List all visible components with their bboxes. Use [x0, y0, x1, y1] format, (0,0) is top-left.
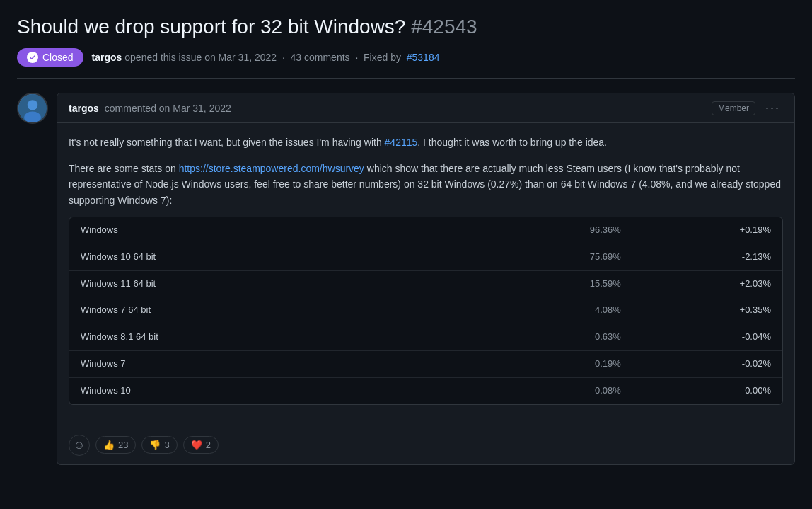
stat-change: 0.00%: [632, 377, 782, 404]
table-row: Windows 10 64 bit75.69%-2.13%: [69, 244, 782, 270]
stat-change: -0.04%: [632, 324, 782, 351]
smiley-icon: ☺: [74, 439, 85, 452]
stat-label: Windows 7: [69, 350, 482, 377]
heart-reaction[interactable]: ❤️ 2: [183, 436, 219, 454]
comment-paragraph-1: It's not really something that I want, b…: [69, 135, 783, 150]
stat-label: Windows: [69, 217, 482, 244]
thumbs-down-count: 3: [164, 440, 169, 450]
issue-number: #42543: [411, 16, 477, 38]
issue-link-42115[interactable]: #42115: [385, 137, 418, 148]
stat-label: Windows 11 64 bit: [69, 270, 482, 297]
stat-change: +0.35%: [632, 297, 782, 324]
comment-body: targos commented on Mar 31, 2022 Member …: [57, 93, 795, 464]
check-circle-icon: [27, 52, 38, 63]
stat-percent: 96.36%: [482, 217, 632, 244]
comment-header: targos commented on Mar 31, 2022 Member …: [57, 93, 794, 123]
add-reaction-button[interactable]: ☺: [69, 435, 90, 456]
thumbs-down-reaction[interactable]: 👎 3: [141, 436, 177, 454]
thumbs-up-reaction[interactable]: 👍 23: [95, 436, 136, 454]
comment-header-left: targos commented on Mar 31, 2022: [69, 103, 231, 114]
opened-text: opened this issue on Mar 31, 2022: [124, 52, 277, 63]
stat-change: -2.13%: [632, 244, 782, 270]
meta-info: targos opened this issue on Mar 31, 2022…: [92, 52, 440, 63]
title-text: Should we drop support for 32 bit Window…: [17, 16, 405, 38]
comment-date: commented on Mar 31, 2022: [105, 103, 231, 114]
table-row: Windows 7 64 bit4.08%+0.35%: [69, 297, 782, 324]
heart-count: 2: [206, 440, 211, 450]
member-badge: Member: [712, 101, 755, 115]
reactions-bar: ☺ 👍 23 👎 3 ❤️ 2: [57, 428, 794, 464]
stat-percent: 15.59%: [482, 270, 632, 297]
table-row: Windows 100.08%0.00%: [69, 377, 782, 404]
stat-change: +2.03%: [632, 270, 782, 297]
comments-count: 43 comments: [291, 52, 350, 63]
page-title: Should we drop support for 32 bit Window…: [17, 14, 795, 40]
comment-container: targos commented on Mar 31, 2022 Member …: [17, 93, 795, 464]
table-row: Windows 70.19%-0.02%: [69, 350, 782, 377]
table-row: Windows 11 64 bit15.59%+2.03%: [69, 270, 782, 297]
thumbs-down-icon: 👎: [149, 440, 161, 450]
heart-icon: ❤️: [191, 440, 202, 450]
thumbs-up-count: 23: [118, 440, 128, 450]
more-options-button[interactable]: ···: [762, 101, 783, 115]
stat-percent: 75.69%: [482, 244, 632, 270]
stat-change: +0.19%: [632, 217, 782, 244]
comment-author: targos: [69, 103, 99, 114]
stat-percent: 4.08%: [482, 297, 632, 324]
stat-percent: 0.63%: [482, 324, 632, 351]
p2-before: There are some stats on: [69, 163, 179, 174]
p1-after: , I thought it was worth to bring up the…: [417, 137, 607, 148]
stat-label: Windows 10 64 bit: [69, 244, 482, 270]
stat-label: Windows 8.1 64 bit: [69, 324, 482, 351]
stats-table: Windows96.36%+0.19%Windows 10 64 bit75.6…: [69, 217, 782, 404]
comment-paragraph-2: There are some stats on https://store.st…: [69, 161, 783, 208]
table-row: Windows 8.1 64 bit0.63%-0.04%: [69, 324, 782, 351]
avatar: [17, 93, 48, 124]
stat-label: Windows 10: [69, 377, 482, 404]
issue-meta: Closed targos opened this issue on Mar 3…: [17, 48, 795, 79]
stat-percent: 0.08%: [482, 377, 632, 404]
steam-survey-link[interactable]: https://store.steampowered.com/hwsurvey: [179, 163, 364, 174]
dot2: ·: [355, 52, 358, 63]
stat-percent: 0.19%: [482, 350, 632, 377]
closed-badge: Closed: [17, 48, 83, 67]
closed-label: Closed: [42, 52, 74, 63]
svg-point-2: [24, 112, 41, 123]
stat-change: -0.02%: [632, 350, 782, 377]
thumbs-up-icon: 👍: [103, 440, 115, 450]
table-row: Windows96.36%+0.19%: [69, 217, 782, 244]
comment-header-right: Member ···: [712, 101, 783, 115]
svg-point-1: [28, 101, 38, 111]
dot1: ·: [282, 52, 285, 63]
issue-author: targos: [92, 52, 122, 63]
stat-label: Windows 7 64 bit: [69, 297, 482, 324]
stats-table-wrapper: Windows96.36%+0.19%Windows 10 64 bit75.6…: [69, 217, 783, 405]
comment-content: It's not really something that I want, b…: [57, 123, 794, 427]
p1-before: It's not really something that I want, b…: [69, 137, 385, 148]
fixed-by-label: Fixed by: [364, 52, 401, 63]
fixed-by-link[interactable]: #53184: [407, 52, 440, 63]
